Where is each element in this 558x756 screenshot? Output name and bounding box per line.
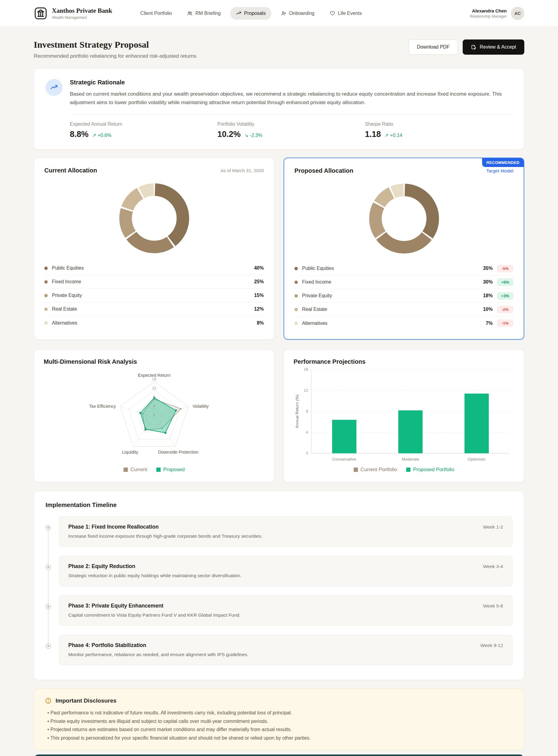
legend-percent: 35% [477, 266, 493, 271]
timeline-phase-header: Phase 1: Fixed Income ReallocationWeek 1… [68, 524, 503, 530]
legend-swatch [124, 468, 128, 472]
legend-label: Private Equity [52, 293, 248, 298]
svg-text:8: 8 [306, 409, 308, 413]
legend-label: Real Estate [52, 306, 248, 312]
timeline-phase-title: Phase 4: Portfolio Stabilization [68, 642, 146, 649]
metric-value: 1.18↗ +0.14 [365, 130, 512, 139]
svg-text:16: 16 [152, 377, 156, 381]
legend-dot [44, 307, 48, 311]
metric-portfolio-volatility: Portfolio Volatility10.2%↘ -2.3% [218, 122, 365, 139]
analysis-row: Multi-Dimensional Risk Analysis 0481216E… [34, 350, 524, 482]
timeline-phase-phase-3-private-equity-enhancement: Phase 3: Private Equity EnhancementWeek … [46, 596, 512, 626]
nav-item-label: Client Portfolio [140, 10, 172, 16]
legend-label: Real Estate [302, 307, 477, 312]
top-navigation: Xanthos Private Bank Wealth Management C… [0, 0, 558, 27]
footer-bar [34, 755, 524, 756]
nav-item-client-portfolio[interactable]: Client Portfolio [134, 7, 178, 20]
timeline-phase-description: Capital commitment to Vista Equity Partn… [68, 612, 503, 618]
target-model-link[interactable]: Target Model [486, 168, 513, 174]
svg-text:0: 0 [306, 451, 308, 455]
legend-entry-current-portfolio: Current Portfolio [354, 467, 397, 473]
timeline-marker-icon [46, 525, 51, 530]
allocation-legend-row-alternatives: Alternatives7%-1% [295, 317, 513, 330]
metric-number: 1.18 [365, 130, 381, 139]
bank-logo-icon [34, 6, 48, 20]
nav-item-proposals[interactable]: Proposals [230, 7, 272, 20]
svg-text:Moderate: Moderate [402, 457, 419, 461]
metric-label: Expected Annual Return [70, 122, 218, 127]
legend-percent: 40% [248, 266, 264, 271]
timeline-phase-phase-1-fixed-income-reallocation: Phase 1: Fixed Income ReallocationWeek 1… [46, 516, 512, 547]
timeline-phase-box: Phase 1: Fixed Income ReallocationWeek 1… [59, 516, 512, 547]
brand[interactable]: Xanthos Private Bank Wealth Management [34, 6, 112, 20]
timeline-phase-box: Phase 3: Private Equity EnhancementWeek … [59, 596, 512, 626]
timeline-phase-week: Week 3-4 [483, 564, 503, 569]
current-allocation-donut-chart [119, 182, 190, 254]
svg-text:Optimistic: Optimistic [467, 457, 486, 461]
allocation-legend-row-private-equity: Private Equity18%+3% [295, 289, 513, 303]
nav-item-label: RM Briefing [195, 10, 221, 16]
user-menu[interactable]: Alexandra Chen Relationship Manager AC [470, 7, 524, 20]
review-accept-button[interactable]: Review & Accept [463, 40, 524, 55]
metric-delta: ↗ +0.6% [92, 132, 112, 138]
timeline-phase-phase-4-portfolio-stabilization: Phase 4: Portfolio StabilizationWeek 9-1… [46, 635, 512, 665]
legend-percent: 8% [248, 320, 264, 326]
recommended-badge: RECOMMENDED [482, 158, 524, 167]
rationale-body: Based on current market conditions and y… [70, 90, 504, 106]
users-icon [187, 10, 193, 16]
timeline-phase-title: Phase 1: Fixed Income Reallocation [68, 524, 159, 530]
metric-number: 8.8% [70, 130, 88, 139]
delta-badge: -1% [497, 320, 513, 327]
allocation-legend-row-private-equity: Private Equity15% [44, 289, 264, 302]
legend-percent: 18% [477, 293, 493, 299]
avatar[interactable]: AC [511, 7, 524, 20]
metric-value: 10.2%↘ -2.3% [218, 130, 365, 139]
performance-projections-title: Performance Projections [294, 358, 514, 365]
legend-dot [295, 280, 298, 284]
disclosures-list: Past performance is not indicative of fu… [45, 709, 513, 742]
legend-percent: 15% [248, 293, 264, 298]
disclosure-item: This proposal is personalized for your s… [47, 734, 513, 742]
performance-projections-card: Performance Projections 0481216Conservat… [283, 350, 524, 482]
legend-label: Private Equity [302, 293, 477, 299]
legend-label: Public Equities [52, 266, 248, 271]
legend-dot [44, 294, 48, 297]
legend-percent: 25% [248, 279, 264, 284]
disclosures-title: Important Disclosures [55, 698, 117, 704]
legend-dot [44, 280, 48, 283]
projections-bar-chart: 0481216ConservativeModerateOptimisticAnn… [294, 365, 514, 465]
trend-up-icon [46, 79, 62, 96]
timeline-phase-title: Phase 3: Private Equity Enhancement [68, 603, 163, 609]
legend-dot [295, 294, 298, 298]
allocation-legend-row-fixed-income: Fixed Income30%+5% [295, 275, 513, 289]
svg-text:12: 12 [152, 386, 156, 390]
nav-item-life-events[interactable]: Life Events [324, 7, 367, 20]
legend-percent: 12% [248, 306, 264, 312]
metric-value: 8.8%↗ +0.6% [70, 130, 218, 139]
legend-entry-label: Current [130, 467, 147, 473]
timeline-phase-description: Strategic reduction in public equity hol… [68, 573, 503, 578]
timeline-phase-description: Monitor performance, rebalance as needed… [68, 652, 503, 657]
projections-legend: Current PortfolioProposed Portfolio [294, 467, 514, 473]
trend-icon [236, 10, 242, 16]
metric-delta: ↗ +0.14 [385, 132, 402, 138]
legend-dot [44, 267, 48, 270]
page-title: Investment Strategy Proposal [34, 40, 197, 50]
metric-delta: ↘ -2.3% [245, 132, 262, 138]
delta-badge: -2% [497, 306, 513, 313]
heart-icon [330, 10, 335, 16]
nav-item-onboarding[interactable]: Onboarding [275, 7, 320, 20]
legend-label: Fixed Income [302, 279, 477, 285]
disclosure-item: Private equity investments are illiquid … [47, 717, 513, 726]
svg-text:Annual Return (%): Annual Return (%) [295, 395, 299, 428]
nav-item-rm-briefing[interactable]: RM Briefing [181, 7, 227, 20]
metric-number: 10.2% [218, 130, 241, 139]
risk-analysis-card: Multi-Dimensional Risk Analysis 0481216E… [34, 350, 275, 482]
doc-edit-icon [471, 44, 476, 50]
svg-text:Expected Return: Expected Return [138, 373, 171, 378]
user-role: Relationship Manager [470, 14, 507, 19]
metric-label: Portfolio Volatility [218, 122, 365, 127]
svg-text:Tax Efficiency: Tax Efficiency [89, 404, 116, 409]
allocation-legend-row-real-estate: Real Estate12% [44, 302, 264, 316]
download-pdf-button[interactable]: Download PDF [409, 40, 458, 55]
